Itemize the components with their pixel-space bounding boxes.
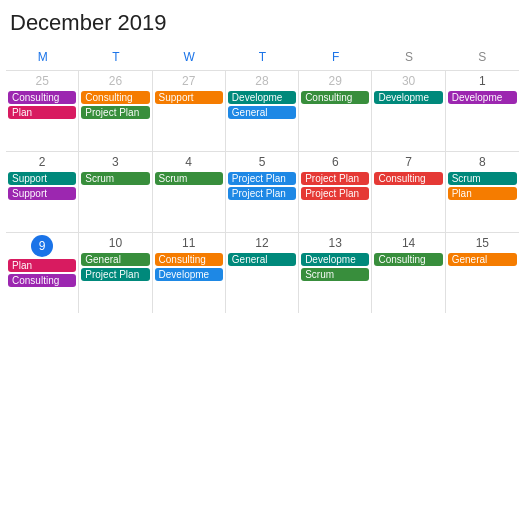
day-cell[interactable]: 26ConsultingProject Plan <box>79 71 152 151</box>
day-cell[interactable]: 15General <box>446 233 519 313</box>
event[interactable]: Consulting <box>301 91 369 104</box>
day-cell[interactable]: 25ConsultingPlan <box>6 71 79 151</box>
day-number: 6 <box>301 154 369 170</box>
day-cell[interactable]: 4Scrum <box>153 152 226 232</box>
event[interactable]: Consulting <box>374 172 442 185</box>
day-header-2: W <box>153 46 226 68</box>
day-header-0: M <box>6 46 79 68</box>
day-cell[interactable]: 1Developme <box>446 71 519 151</box>
event[interactable]: Project Plan <box>301 187 369 200</box>
event[interactable]: Scrum <box>301 268 369 281</box>
week-row-0: 25ConsultingPlan26ConsultingProject Plan… <box>6 70 519 151</box>
day-number: 13 <box>301 235 369 251</box>
day-number: 15 <box>448 235 517 251</box>
day-cell[interactable]: 28DevelopmeGeneral <box>226 71 299 151</box>
day-number: 4 <box>155 154 223 170</box>
day-header-3: T <box>226 46 299 68</box>
day-number: 3 <box>81 154 149 170</box>
day-cell[interactable]: 5Project PlanProject Plan <box>226 152 299 232</box>
day-cell[interactable]: 10GeneralProject Plan <box>79 233 152 313</box>
event[interactable]: General <box>228 106 296 119</box>
event[interactable]: Plan <box>8 106 76 119</box>
day-number: 28 <box>228 73 296 89</box>
weeks: 25ConsultingPlan26ConsultingProject Plan… <box>6 70 519 313</box>
day-headers: MTWTFSS <box>6 46 519 68</box>
event[interactable]: Scrum <box>155 172 223 185</box>
day-header-1: T <box>79 46 152 68</box>
day-cell[interactable]: 8ScrumPlan <box>446 152 519 232</box>
day-number: 2 <box>8 154 76 170</box>
event[interactable]: Developme <box>374 91 442 104</box>
event[interactable]: Plan <box>8 259 76 272</box>
event[interactable]: Consulting <box>8 91 76 104</box>
event[interactable]: Scrum <box>81 172 149 185</box>
event[interactable]: Support <box>155 91 223 104</box>
event[interactable]: General <box>448 253 517 266</box>
day-header-6: S <box>446 46 519 68</box>
day-cell[interactable]: 12General <box>226 233 299 313</box>
day-cell[interactable]: 14Consulting <box>372 233 445 313</box>
day-cell[interactable]: 9PlanConsulting <box>6 233 79 313</box>
event[interactable]: Plan <box>448 187 517 200</box>
day-cell[interactable]: 13DevelopmeScrum <box>299 233 372 313</box>
day-cell[interactable]: 11ConsultingDevelopme <box>153 233 226 313</box>
event[interactable]: Support <box>8 187 76 200</box>
event[interactable]: Developme <box>301 253 369 266</box>
day-number: 27 <box>155 73 223 89</box>
event[interactable]: Scrum <box>448 172 517 185</box>
event[interactable]: Consulting <box>8 274 76 287</box>
calendar: December 2019 MTWTFSS 25ConsultingPlan26… <box>0 0 525 319</box>
day-number: 11 <box>155 235 223 251</box>
event[interactable]: Project Plan <box>301 172 369 185</box>
day-number: 25 <box>8 73 76 89</box>
event[interactable]: Developme <box>155 268 223 281</box>
event[interactable]: Consulting <box>374 253 442 266</box>
day-cell[interactable]: 29Consulting <box>299 71 372 151</box>
day-cell[interactable]: 2SupportSupport <box>6 152 79 232</box>
day-header-4: F <box>299 46 372 68</box>
day-cell[interactable]: 27Support <box>153 71 226 151</box>
day-number: 12 <box>228 235 296 251</box>
day-number: 1 <box>448 73 517 89</box>
calendar-title: December 2019 <box>6 10 519 36</box>
event[interactable]: Consulting <box>155 253 223 266</box>
event[interactable]: Consulting <box>81 91 149 104</box>
week-row-2: 9PlanConsulting10GeneralProject Plan11Co… <box>6 232 519 313</box>
day-header-5: S <box>372 46 445 68</box>
day-number: 8 <box>448 154 517 170</box>
day-cell[interactable]: 30Developme <box>372 71 445 151</box>
day-number: 26 <box>81 73 149 89</box>
day-cell[interactable]: 7Consulting <box>372 152 445 232</box>
day-number: 29 <box>301 73 369 89</box>
week-row-1: 2SupportSupport3Scrum4Scrum5Project Plan… <box>6 151 519 232</box>
event[interactable]: Project Plan <box>81 268 149 281</box>
event[interactable]: Project Plan <box>228 187 296 200</box>
day-cell[interactable]: 3Scrum <box>79 152 152 232</box>
event[interactable]: General <box>228 253 296 266</box>
day-number: 10 <box>81 235 149 251</box>
day-number: 30 <box>374 73 442 89</box>
event[interactable]: Developme <box>228 91 296 104</box>
event[interactable]: Project Plan <box>81 106 149 119</box>
event[interactable]: Developme <box>448 91 517 104</box>
day-number: 9 <box>31 235 53 257</box>
day-number: 14 <box>374 235 442 251</box>
event[interactable]: Project Plan <box>228 172 296 185</box>
day-number: 7 <box>374 154 442 170</box>
day-number: 5 <box>228 154 296 170</box>
event[interactable]: General <box>81 253 149 266</box>
day-cell[interactable]: 6Project PlanProject Plan <box>299 152 372 232</box>
event[interactable]: Support <box>8 172 76 185</box>
